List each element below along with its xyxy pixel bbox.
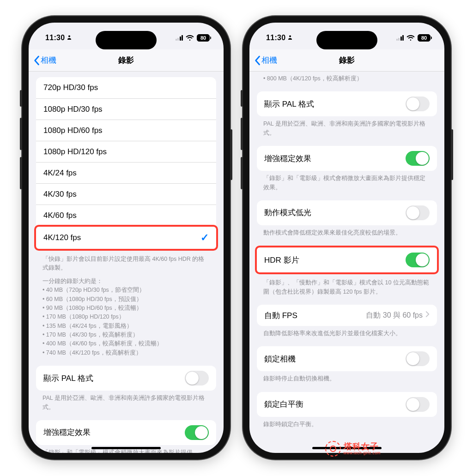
wifi-icon (186, 35, 194, 41)
resolution-option[interactable]: 4K/24 fps (36, 162, 216, 183)
phone-left: 11:30 80 相機 錄影 (22, 16, 230, 459)
home-indicator (91, 447, 161, 449)
stabilization-toggle[interactable] (185, 425, 209, 440)
watermark-title: 塔科女子 (344, 442, 381, 451)
autofps-row[interactable]: 自動 FPS 自動 30 與 60 fps (257, 305, 437, 326)
chevron-right-icon (425, 311, 430, 320)
pal-footer: PAL 是用於亞洲、歐洲、非洲和南美洲許多國家的電視影片格式。 (29, 391, 224, 413)
side-button (230, 129, 232, 180)
watermark: 塔科女子 www.tech-girlz.com (325, 441, 381, 457)
pal-toggle[interactable] (406, 96, 430, 111)
stabilization-footer: 「錄影」和「電影級」模式會稍微放大畫面來為影片提供穩定效果。 (249, 171, 444, 193)
stabilization-group: 增強穩定效果 (36, 420, 216, 445)
action-mode-group: 動作模式低光 (257, 200, 437, 225)
pal-toggle-row[interactable]: 顯示 PAL 格式 (257, 91, 437, 116)
phone-right: 11:30 80 相機 錄影 (243, 16, 451, 459)
lock-wb-footer: 錄影時鎖定白平衡。 (249, 417, 444, 430)
side-button (241, 118, 243, 150)
watermark-logo-icon (325, 441, 341, 457)
back-button[interactable]: 相機 (254, 49, 277, 71)
side-button (20, 118, 22, 150)
stabilization-toggle-row[interactable]: 增強穩定效果 (36, 420, 216, 445)
cell-signal-icon (396, 35, 404, 41)
status-time: 11:30 (45, 34, 65, 42)
lock-camera-toggle[interactable] (406, 351, 430, 366)
lock-camera-group: 鎖定相機 (257, 346, 437, 371)
autofps-group: 自動 FPS 自動 30 與 60 fps (257, 305, 437, 326)
nav-bar: 相機 錄影 (249, 49, 444, 72)
pal-group: 顯示 PAL 格式 (36, 366, 216, 391)
person-icon (67, 35, 72, 42)
pal-toggle[interactable] (185, 371, 209, 386)
stabilization-group: 增強穩定效果 (257, 146, 437, 171)
action-mode-toggle[interactable] (406, 205, 430, 220)
action-mode-toggle-row[interactable]: 動作模式低光 (257, 200, 437, 225)
lock-camera-footer: 錄影時停止自動切換相機。 (249, 371, 444, 384)
nav-title: 錄影 (339, 55, 355, 66)
svg-point-0 (68, 35, 70, 37)
resolution-list: 720p HD/30 fps 1080p HD/30 fps 1080p HD/… (36, 77, 216, 226)
resolution-option-selected[interactable]: 4K/120 fps ✓ (36, 227, 216, 249)
side-button (241, 157, 243, 189)
stabilization-toggle-row[interactable]: 增強穩定效果 (257, 146, 437, 171)
lock-wb-group: 鎖定白平衡 (257, 392, 437, 417)
wifi-icon (406, 35, 415, 41)
highlight-hdr: HDR 影片 (255, 246, 439, 274)
side-button (241, 90, 243, 107)
svg-point-1 (289, 35, 291, 37)
resolution-option[interactable]: 720p HD/30 fps (36, 77, 216, 98)
lock-wb-toggle-row[interactable]: 鎖定白平衡 (257, 392, 437, 417)
resolution-option[interactable]: 1080p HD/30 fps (36, 98, 216, 120)
resolution-footer-1: 「快錄」影片會以目前影片設定使用最高 4K/60 fps HDR 的格式錄製。 (29, 252, 224, 274)
person-icon (287, 35, 293, 42)
resolution-option[interactable]: 1080p HD/60 fps (36, 120, 216, 141)
side-button (451, 129, 453, 180)
back-label: 相機 (41, 55, 56, 66)
dynamic-island (96, 31, 157, 49)
resolution-option[interactable]: 1080p HD/120 fps (36, 141, 216, 162)
side-button (20, 90, 22, 107)
battery-icon: 80 (197, 34, 210, 42)
lock-wb-toggle[interactable] (406, 397, 430, 412)
cell-signal-icon (176, 35, 183, 41)
back-label: 相機 (261, 55, 277, 66)
resolution-option[interactable]: 4K/30 fps (36, 183, 216, 205)
pal-group: 顯示 PAL 格式 (257, 91, 437, 116)
resolution-footer-2: 一分鐘的錄影大約是： • 40 MB（720p HD/30 fps，節省空間） … (29, 274, 224, 358)
hdr-footer: 「錄影」、「慢動作」和「電影級」模式會以 10 位元高動態範圍（包含杜比視界）錄… (249, 275, 444, 297)
side-button (20, 157, 22, 189)
back-button[interactable]: 相機 (33, 49, 56, 71)
hdr-toggle-row[interactable]: HDR 影片 (257, 247, 437, 272)
top-footer: • 800 MB（4K/120 fps，較高解析度） (249, 73, 444, 84)
pal-toggle-row[interactable]: 顯示 PAL 格式 (36, 366, 216, 391)
lock-camera-toggle-row[interactable]: 鎖定相機 (257, 346, 437, 371)
hdr-toggle[interactable] (406, 253, 430, 267)
action-mode-footer: 動作模式會降低穩定效果來最佳化亮度較低的場景。 (249, 225, 444, 238)
checkmark-icon: ✓ (200, 232, 209, 244)
resolution-option[interactable]: 4K/60 fps (36, 205, 216, 226)
stabilization-toggle[interactable] (406, 151, 430, 166)
dynamic-island (316, 31, 377, 49)
watermark-url: www.tech-girlz.com (344, 451, 381, 455)
status-time: 11:30 (266, 34, 285, 42)
pal-footer: PAL 是用於亞洲、歐洲、非洲和南美洲許多國家的電視影片格式。 (249, 116, 444, 139)
highlight-selected-resolution: 4K/120 fps ✓ (34, 225, 218, 251)
autofps-value: 自動 30 與 60 fps (366, 311, 423, 320)
nav-bar: 相機 錄影 (29, 49, 224, 72)
battery-icon: 80 (418, 34, 431, 42)
nav-title: 錄影 (118, 55, 134, 66)
autofps-footer: 自動降低影格率來改進低光影片並最佳化檔案大小。 (249, 326, 444, 339)
